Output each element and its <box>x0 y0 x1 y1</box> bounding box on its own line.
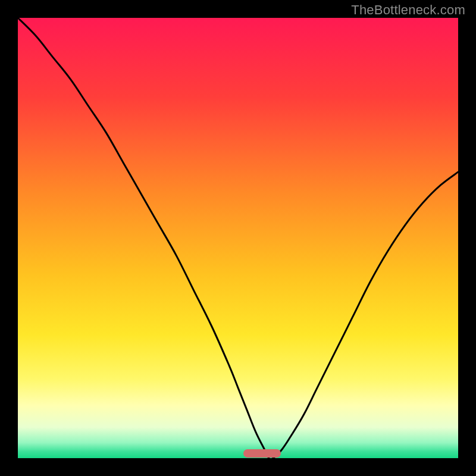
chart-frame: TheBottleneck.com <box>0 0 476 476</box>
bottleneck-curve <box>18 18 458 458</box>
optimal-marker <box>243 449 281 458</box>
plot-area <box>18 18 458 458</box>
watermark-text: TheBottleneck.com <box>351 2 465 18</box>
